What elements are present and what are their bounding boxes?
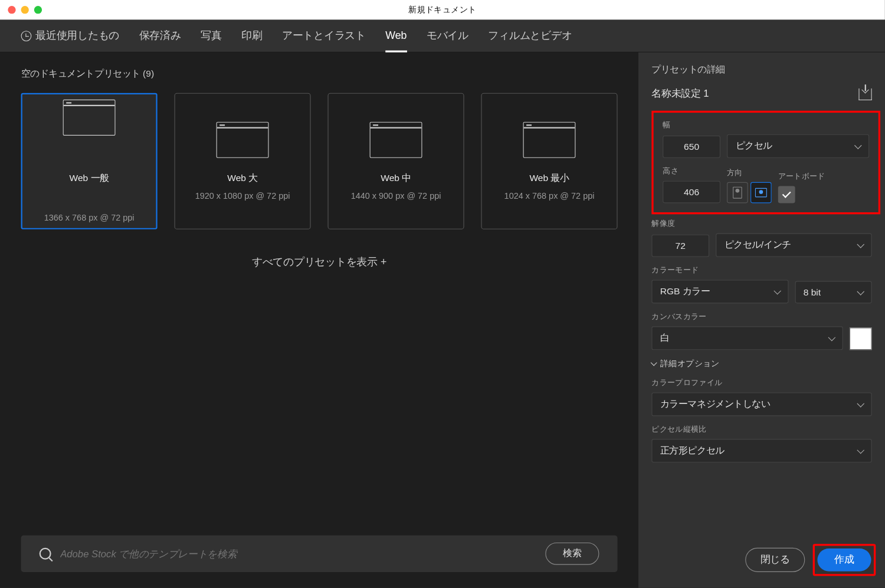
stock-search-button[interactable]: 検索 [545,543,599,565]
resolution-input[interactable] [651,235,709,257]
tab-saved[interactable]: 保存済み [139,29,181,52]
preset-web-large[interactable]: Web 大 1920 x 1080 px @ 72 ppi [175,93,311,229]
document-icon [523,122,576,158]
tab-mobile[interactable]: モバイル [427,29,468,52]
tab-recent[interactable]: 最近使用したもの [21,29,120,52]
pixel-aspect-select[interactable]: 正方形ピクセル [651,439,871,462]
preset-section-header: 空のドキュメントプリセット (9) [21,68,618,80]
chevron-down-icon [828,333,836,341]
close-window-button[interactable] [8,6,15,14]
chevron-down-icon [854,142,862,149]
document-icon [217,122,269,158]
window-title: 新規ドキュメント [408,4,477,16]
document-icon [63,100,116,136]
preset-web-common[interactable]: Web 一般 1366 x 768 px @ 72 ppi [21,93,158,229]
save-preset-icon[interactable] [858,88,871,100]
width-input[interactable] [663,136,720,158]
maximize-window-button[interactable] [34,6,42,14]
titlebar: 新規ドキュメント [0,0,885,19]
preset-web-small[interactable]: Web 最小 1024 x 768 px @ 72 ppi [481,93,617,229]
unit-select[interactable]: ピクセル [727,134,869,158]
show-all-presets[interactable]: すべてのプリセットを表示 + [21,255,618,269]
chevron-down-icon [857,288,864,295]
canvas-color-select[interactable]: 白 [651,326,843,350]
orientation-landscape[interactable] [750,182,772,203]
bit-depth-select[interactable]: 8 bit [795,281,871,304]
stock-search-input[interactable] [60,548,536,559]
document-name[interactable]: 名称未設定 1 [651,88,709,100]
orientation-portrait[interactable] [727,182,748,203]
chevron-down-icon [857,400,864,408]
create-button-highlight: 作成 [813,544,876,576]
advanced-options-toggle[interactable]: 詳細オプション [651,358,871,370]
close-button[interactable]: 閉じる [745,548,805,572]
tab-film[interactable]: フィルムとビデオ [488,29,572,52]
clock-icon [21,31,32,41]
artboard-checkbox[interactable] [778,186,795,203]
color-mode-select[interactable]: RGB カラー [651,280,788,303]
dimensions-highlight: 幅 ピクセル 高さ 方向 アートボード [651,111,880,215]
tab-web[interactable]: Web [385,29,407,52]
create-button[interactable]: 作成 [817,548,871,571]
canvas-color-swatch[interactable] [850,328,872,350]
chevron-down-icon [773,287,781,294]
tab-photo[interactable]: 写真 [201,29,222,52]
chevron-down-icon [651,359,657,366]
document-icon [370,122,422,158]
chevron-down-icon [857,446,864,454]
search-icon [40,548,51,560]
tab-art[interactable]: アートとイラスト [282,29,366,52]
preset-detail-title: プリセットの詳細 [651,64,871,76]
tab-print[interactable]: 印刷 [241,29,263,52]
resolution-unit-select[interactable]: ピクセル/インチ [716,234,871,257]
stock-search-bar: 検索 [21,536,618,572]
color-profile-select[interactable]: カラーマネジメントしない [651,392,871,416]
category-tabs: 最近使用したもの 保存済み 写真 印刷 アートとイラスト Web モバイル フィ… [0,19,885,52]
preset-web-medium[interactable]: Web 中 1440 x 900 px @ 72 ppi [328,93,464,229]
chevron-down-icon [857,241,864,248]
height-input[interactable] [663,181,720,203]
minimize-window-button[interactable] [21,6,29,14]
